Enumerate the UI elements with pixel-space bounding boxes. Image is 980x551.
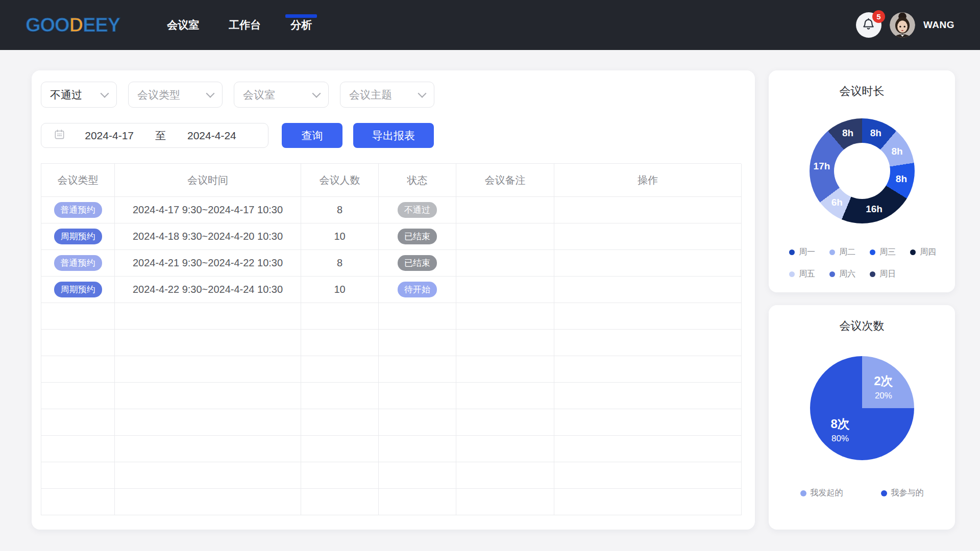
status-cell xyxy=(379,462,456,489)
remark-cell xyxy=(456,462,554,489)
meeting-duration-card: 会议时长 8h8h8h16h6h17h8h 周一周二周三周四周五周六周日 xyxy=(769,70,955,292)
column-header: 状态 xyxy=(379,164,456,197)
table-row: 周期预约2024-4-22 9:30~2024-4-24 10:3010待开始 xyxy=(41,277,741,303)
count-legend: 我发起的我参与的 xyxy=(769,488,955,498)
status-cell xyxy=(379,383,456,409)
nav-item-label: 会议室 xyxy=(167,18,199,32)
table-row: 普通预约2024-4-21 9:30~2024-4-22 10:308已结束 xyxy=(41,250,741,277)
meeting-type-cell xyxy=(41,489,115,515)
meeting-type-cell xyxy=(41,356,115,383)
donut-segment-label: 16h xyxy=(866,204,883,215)
date-row: 2024-4-17 至 2024-4-24 查询 导出报表 xyxy=(41,123,755,148)
chevron-down-icon xyxy=(101,89,109,97)
nav-item-analytics[interactable]: 分析 xyxy=(290,0,312,50)
legend-item: 周日 xyxy=(870,269,910,280)
brand-logo[interactable]: GOODEEY xyxy=(26,14,120,36)
nav-right: 5 xyxy=(856,12,954,38)
status-cell: 不通过 xyxy=(379,197,456,223)
pie-label-value: 2次 xyxy=(874,372,893,389)
nav-item-meeting-rooms[interactable]: 会议室 xyxy=(167,0,199,50)
pie-chart-wrap: 2次20%8次80% xyxy=(810,356,914,460)
action-cell xyxy=(554,223,742,250)
avatar-image xyxy=(890,12,915,38)
legend-dot xyxy=(910,249,916,255)
end-date: 2024-4-24 xyxy=(187,130,236,142)
status-cell xyxy=(379,489,456,515)
meeting-type-badge: 普通预约 xyxy=(54,255,102,271)
page: GOODEEY 会议室 工作台 分析 5 xyxy=(0,0,980,551)
filter-type-select[interactable]: 会议类型 xyxy=(128,82,223,108)
legend-dot xyxy=(829,271,835,277)
user-avatar[interactable] xyxy=(890,12,915,38)
meeting-time-cell xyxy=(115,489,301,515)
notification-bell[interactable]: 5 xyxy=(856,12,881,38)
query-button[interactable]: 查询 xyxy=(282,123,342,148)
attendee-count-cell xyxy=(301,356,379,383)
nav-links: 会议室 工作台 分析 xyxy=(167,0,312,50)
meeting-time-cell xyxy=(115,409,301,436)
nav-item-workbench[interactable]: 工作台 xyxy=(229,0,261,50)
pie-label-value: 8次 xyxy=(830,416,849,432)
action-cell xyxy=(554,383,742,409)
meeting-type-cell xyxy=(41,330,115,356)
meeting-time-cell xyxy=(115,383,301,409)
legend-label: 我发起的 xyxy=(811,488,843,498)
action-cell xyxy=(554,250,742,277)
meeting-type-cell xyxy=(41,462,115,489)
meeting-type-cell: 普通预约 xyxy=(41,250,115,277)
nav-item-label: 工作台 xyxy=(229,18,261,32)
table-row xyxy=(41,436,741,462)
meeting-time-cell: 2024-4-22 9:30~2024-4-24 10:30 xyxy=(115,277,301,303)
attendee-count-cell: 8 xyxy=(301,197,379,223)
calendar-icon xyxy=(54,129,65,142)
remark-cell xyxy=(456,250,554,277)
filter-topic-placeholder: 会议主题 xyxy=(349,88,392,102)
legend-label: 我参与的 xyxy=(891,488,924,498)
legend-label: 周四 xyxy=(920,247,936,258)
filter-room-select[interactable]: 会议室 xyxy=(234,82,329,108)
column-header: 会议类型 xyxy=(41,164,115,197)
chevron-down-icon xyxy=(312,89,321,97)
duration-legend: 周一周二周三周四周五周六周日 xyxy=(789,247,955,280)
attendee-count-cell xyxy=(301,330,379,356)
legend-item: 周四 xyxy=(910,247,950,258)
legend-item: 我发起的 xyxy=(800,488,843,498)
meeting-time-cell: 2024-4-17 9:30~2024-4-17 10:30 xyxy=(115,197,301,223)
meeting-type-cell xyxy=(41,436,115,462)
card-title: 会议次数 xyxy=(769,318,955,334)
meeting-type-badge: 周期预约 xyxy=(54,229,102,244)
filter-status-value: 不通过 xyxy=(50,88,82,102)
legend-item: 周五 xyxy=(789,269,829,280)
filter-type-placeholder: 会议类型 xyxy=(137,88,180,102)
donut-segment-label: 8h xyxy=(896,173,907,185)
table-row xyxy=(41,462,741,489)
date-range-picker[interactable]: 2024-4-17 至 2024-4-24 xyxy=(41,123,268,148)
meeting-count-card: 会议次数 2次20%8次80% 我发起的我参与的 xyxy=(769,305,955,530)
status-cell xyxy=(379,356,456,383)
table-row xyxy=(41,489,741,515)
meeting-type-cell xyxy=(41,383,115,409)
legend-dot xyxy=(789,249,795,255)
filter-status-select[interactable]: 不通过 xyxy=(41,82,117,108)
action-cell xyxy=(554,489,742,515)
remark-cell xyxy=(456,356,554,383)
export-button[interactable]: 导出报表 xyxy=(353,123,434,148)
donut-segment-label: 8h xyxy=(870,128,881,139)
nav-item-label: 分析 xyxy=(290,18,312,32)
action-cell xyxy=(554,303,742,330)
action-cell xyxy=(554,409,742,436)
donut-segment-label: 17h xyxy=(814,161,830,172)
filter-topic-select[interactable]: 会议主题 xyxy=(340,82,434,108)
status-badge: 不通过 xyxy=(398,202,437,218)
card-title: 会议时长 xyxy=(769,84,955,99)
column-header: 会议备注 xyxy=(456,164,554,197)
meeting-time-cell xyxy=(115,330,301,356)
meetings-panel: 不通过 会议类型 会议室 会议主题 xyxy=(32,70,755,530)
date-separator: 至 xyxy=(155,129,166,143)
legend-item: 周二 xyxy=(829,247,870,258)
legend-dot xyxy=(829,249,835,255)
remark-cell xyxy=(456,277,554,303)
meeting-type-badge: 周期预约 xyxy=(54,282,102,297)
attendee-count-cell: 10 xyxy=(301,223,379,250)
status-badge: 已结束 xyxy=(398,229,437,244)
